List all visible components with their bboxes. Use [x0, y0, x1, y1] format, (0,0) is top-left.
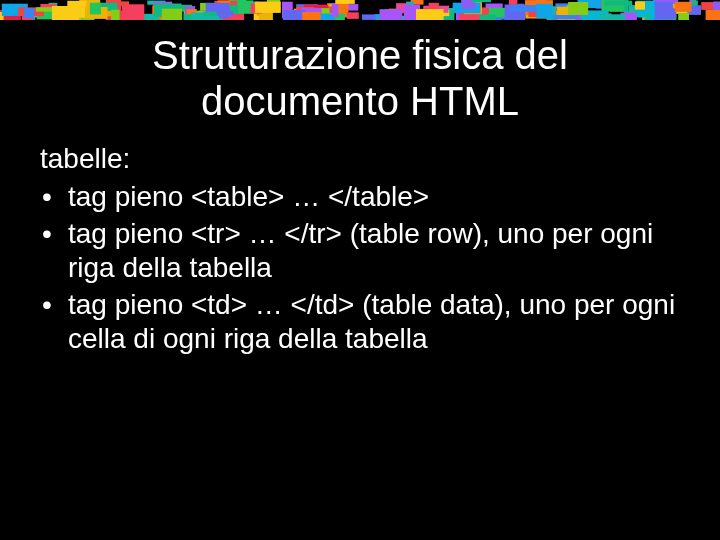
svg-rect-121	[552, 15, 576, 19]
svg-rect-71	[486, 4, 503, 9]
svg-rect-91	[380, 9, 403, 20]
svg-rect-163	[416, 9, 444, 20]
bullet-list: tag pieno <table> … </table> tag pieno <…	[40, 180, 680, 356]
lead-text: tabelle:	[40, 142, 680, 176]
svg-rect-176	[510, 5, 537, 12]
svg-rect-177	[536, 4, 552, 18]
svg-rect-111	[605, 1, 633, 6]
svg-rect-173	[24, 8, 34, 18]
svg-rect-67	[678, 13, 689, 20]
list-item: tag pieno <table> … </table>	[40, 180, 680, 214]
svg-rect-139	[111, 10, 120, 20]
svg-rect-158	[568, 2, 588, 15]
slide-body: tabelle: tag pieno <table> … </table> ta…	[40, 142, 680, 356]
svg-rect-162	[332, 3, 339, 17]
svg-rect-114	[706, 10, 720, 20]
svg-rect-93	[691, 1, 698, 6]
decorative-top-bar	[0, 0, 720, 20]
svg-rect-179	[255, 2, 281, 13]
svg-rect-105	[624, 13, 637, 20]
svg-rect-124	[283, 10, 305, 20]
svg-rect-180	[52, 6, 79, 20]
list-item: tag pieno <tr> … </tr> (table row), uno …	[40, 217, 680, 284]
list-item: tag pieno <td> … </td> (table data), uno…	[40, 288, 680, 355]
svg-rect-147	[635, 1, 645, 9]
svg-rect-166	[90, 3, 101, 15]
svg-rect-76	[4, 16, 20, 21]
svg-rect-157	[302, 12, 321, 20]
svg-rect-144	[472, 0, 491, 2]
svg-rect-174	[655, 2, 673, 20]
svg-rect-172	[347, 12, 359, 19]
svg-rect-122	[479, 15, 496, 21]
svg-rect-175	[162, 9, 182, 20]
svg-rect-137	[600, 13, 612, 20]
slide-title: Strutturazione fisica del documento HTML	[60, 32, 660, 124]
slide: Strutturazione fisica del documento HTML…	[0, 0, 720, 540]
svg-rect-123	[675, 2, 692, 12]
svg-rect-169	[217, 11, 234, 15]
svg-rect-167	[117, 1, 129, 6]
svg-rect-25	[362, 14, 376, 20]
svg-rect-170	[644, 14, 650, 20]
svg-rect-136	[122, 4, 144, 20]
svg-rect-142	[713, 2, 720, 11]
svg-rect-171	[335, 0, 355, 4]
